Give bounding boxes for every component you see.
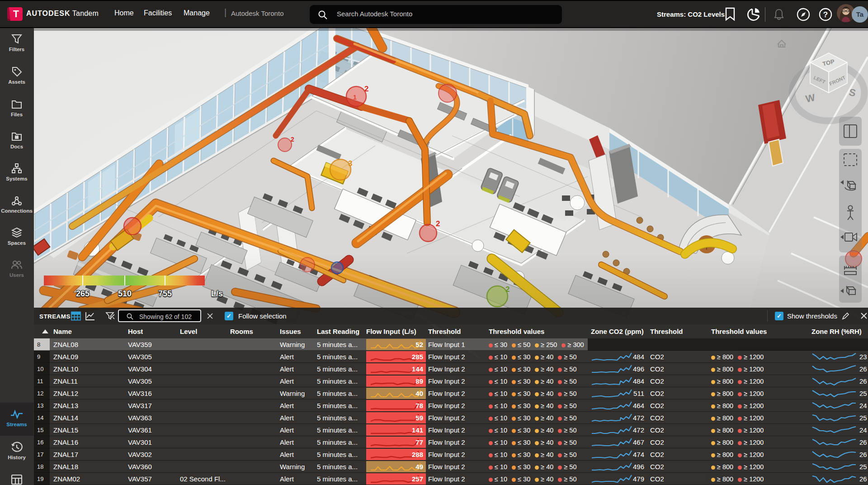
svg-text:2: 2 — [364, 85, 368, 93]
svg-text:3: 3 — [348, 159, 352, 168]
svg-text:2: 2 — [291, 136, 294, 143]
svg-text:?: ? — [823, 10, 828, 19]
svg-text:1: 1 — [353, 94, 357, 101]
svg-text:T: T — [13, 9, 19, 19]
svg-text:2: 2 — [436, 219, 440, 228]
